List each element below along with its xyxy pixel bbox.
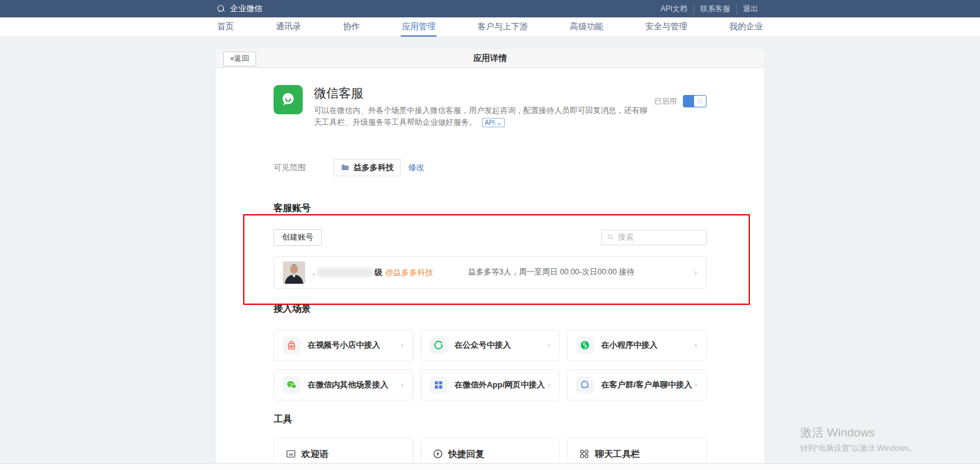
watermark-line2: 转到“电脑设置”以激活 Windows。 bbox=[800, 443, 917, 454]
main-nav: 首页 通讯录 协作 应用管理 客户与上下游 高级功能 安全与管理 我的企业 bbox=[0, 17, 980, 37]
app-description: 可以在微信内、外各个场景中接入微信客服，用户发起咨询，配置接待人员即可回复消息，… bbox=[314, 105, 652, 129]
visibility-label: 可见范围 bbox=[274, 162, 334, 173]
account-mention: @益多多科技 bbox=[385, 267, 434, 278]
account-name-prefix: . bbox=[313, 268, 315, 277]
tab-app-management[interactable]: 应用管理 bbox=[401, 17, 437, 37]
chevron-right-icon: › bbox=[548, 381, 550, 389]
section-title-accounts: 客服账号 bbox=[274, 202, 706, 214]
scene-card-external-app[interactable]: 在微信外App/网页中接入 › bbox=[421, 369, 560, 400]
wecom-logo: 企业微信 bbox=[216, 3, 262, 14]
channels-shop-icon bbox=[283, 337, 300, 354]
watermark-line1: 激活 Windows bbox=[800, 425, 917, 441]
tool-title: 快捷回复 bbox=[448, 448, 484, 460]
app-name: 微信客服 bbox=[314, 85, 652, 102]
account-name-redacted bbox=[316, 268, 373, 277]
enabled-status-label: 已启用 bbox=[654, 96, 677, 107]
quick-reply-icon bbox=[432, 448, 443, 459]
official-account-icon bbox=[430, 337, 447, 354]
scene-label: 在公众号中接入 bbox=[455, 340, 511, 351]
api-dropdown-badge[interactable]: API ⌄ bbox=[482, 118, 505, 127]
tab-advanced[interactable]: 高级功能 bbox=[569, 17, 605, 37]
scene-card-channels-shop[interactable]: 在视频号小店中接入 › bbox=[274, 330, 413, 361]
section-title-tools: 工具 bbox=[274, 414, 706, 425]
tab-home[interactable]: 首页 bbox=[216, 17, 235, 37]
tool-title: 聊天工具栏 bbox=[595, 448, 640, 460]
create-account-button[interactable]: 创建账号 bbox=[274, 229, 322, 246]
page-title: 应用详情 bbox=[216, 49, 764, 68]
topbar-link-logout[interactable]: 退出 bbox=[736, 4, 764, 14]
section-title-scenes: 接入场景 bbox=[274, 303, 706, 315]
welcome-message-icon: HI bbox=[285, 448, 296, 459]
scene-label: 在微信内其他场景接入 bbox=[308, 379, 388, 391]
app-detail-card: «返回 应用详情 微信客服 可以在微信内、外各个场景中接入微信客服，用户发起咨询… bbox=[216, 49, 764, 470]
scene-card-miniprogram[interactable]: 在小程序中接入 › bbox=[567, 330, 706, 361]
customer-chat-icon bbox=[576, 376, 594, 394]
account-name-suffix: 级 bbox=[375, 267, 383, 278]
tab-my-company[interactable]: 我的企业 bbox=[728, 17, 764, 37]
visibility-org-tag: 益多多科技 bbox=[334, 159, 401, 176]
scene-card-customer-chat[interactable]: 在客户群/客户单聊中接入 › bbox=[567, 369, 706, 400]
app-description-text: 可以在微信内、外各个场景中接入微信客服，用户发起咨询，配置接待人员即可回复消息，… bbox=[314, 106, 648, 127]
wechat-icon bbox=[283, 376, 300, 394]
chevron-right-icon: › bbox=[695, 341, 697, 349]
scene-label: 在微信外App/网页中接入 bbox=[455, 379, 545, 391]
scene-card-wechat-other[interactable]: 在微信内其他场景接入 › bbox=[274, 369, 413, 400]
page-background: «返回 应用详情 微信客服 可以在微信内、外各个场景中接入微信客服，用户发起咨询… bbox=[0, 37, 980, 470]
miniprogram-icon bbox=[576, 337, 594, 354]
svg-text:HI: HI bbox=[289, 453, 293, 456]
scene-label: 在客户群/客户单聊中接入 bbox=[601, 379, 692, 391]
scene-grid: 在视频号小店中接入 › 在公众号中接入 › bbox=[274, 330, 706, 400]
tab-contacts[interactable]: 通讯录 bbox=[275, 17, 303, 37]
scene-label: 在视频号小店中接入 bbox=[308, 340, 380, 351]
account-avatar bbox=[283, 261, 305, 284]
topbar: 企业微信 API文档 联系客服 退出 bbox=[0, 0, 980, 17]
card-header: «返回 应用详情 bbox=[216, 49, 764, 68]
tool-title: 欢迎语 bbox=[301, 448, 329, 460]
topbar-link-contact-support[interactable]: 联系客服 bbox=[693, 4, 736, 14]
account-name: . 级 @益多多科技 bbox=[313, 267, 434, 278]
topbar-link-api-docs[interactable]: API文档 bbox=[654, 4, 693, 14]
folder-icon bbox=[341, 163, 350, 172]
tab-security[interactable]: 安全与管理 bbox=[644, 17, 689, 37]
tab-collaboration[interactable]: 协作 bbox=[342, 17, 361, 37]
chat-toolbar-icon bbox=[579, 448, 590, 459]
account-search-box[interactable] bbox=[601, 230, 706, 245]
horizontal-scrollbar-track[interactable] bbox=[0, 463, 980, 470]
account-detail: 益多多等3人，周一至周日 00:00-次日00:00 接待 bbox=[468, 267, 635, 278]
windows-activation-watermark: 激活 Windows 转到“电脑设置”以激活 Windows。 bbox=[800, 425, 917, 454]
app-enabled-toggle[interactable] bbox=[683, 95, 706, 107]
search-icon bbox=[607, 233, 614, 242]
account-row[interactable]: . 级 @益多多科技 益多多等3人，周一至周日 00:00-次日00:00 接待… bbox=[274, 256, 706, 289]
wecom-logo-icon bbox=[216, 4, 226, 14]
chevron-down-icon: ⌄ bbox=[496, 119, 501, 126]
scene-card-official-account[interactable]: 在公众号中接入 › bbox=[421, 330, 560, 361]
visibility-row: 可见范围 益多多科技 修改 bbox=[274, 159, 706, 176]
toggle-knob bbox=[694, 96, 706, 107]
chevron-right-icon: › bbox=[548, 341, 550, 349]
chevron-right-icon: › bbox=[695, 381, 697, 389]
chevron-right-icon: › bbox=[401, 341, 403, 349]
external-app-grid-icon bbox=[430, 376, 447, 394]
modify-visibility-link[interactable]: 修改 bbox=[408, 162, 424, 173]
app-header: 微信客服 可以在微信内、外各个场景中接入微信客服，用户发起咨询，配置接待人员即可… bbox=[274, 68, 706, 129]
chevron-right-icon: › bbox=[694, 268, 697, 277]
accounts-toolbar: 创建账号 bbox=[274, 229, 706, 246]
scene-label: 在小程序中接入 bbox=[601, 340, 657, 351]
visibility-org-name: 益多多科技 bbox=[354, 162, 394, 173]
wechat-customer-service-app-icon bbox=[274, 85, 303, 114]
tab-customers[interactable]: 客户与上下游 bbox=[476, 17, 529, 37]
brand-text: 企业微信 bbox=[230, 3, 262, 14]
chevron-right-icon: › bbox=[401, 381, 403, 389]
account-search-input[interactable] bbox=[618, 233, 701, 242]
api-label: API bbox=[485, 119, 495, 126]
back-button[interactable]: «返回 bbox=[223, 52, 256, 66]
